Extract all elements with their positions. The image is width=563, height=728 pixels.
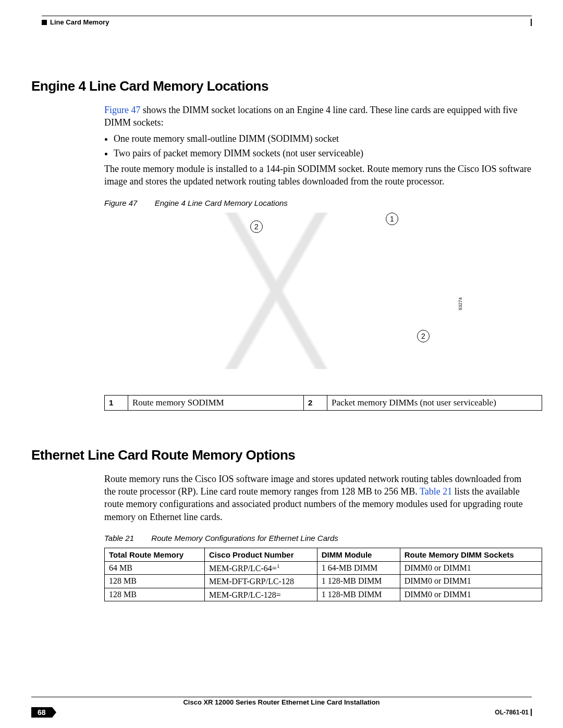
table-title: Route Memory Configurations for Ethernet… bbox=[151, 534, 338, 542]
body-paragraph: The route memory module is installed to … bbox=[104, 163, 532, 188]
table-row: 128 MB MEM-GRP/LC-128= 1 128-MB DIMM DIM… bbox=[105, 588, 542, 601]
table-header: Cisco Product Number bbox=[204, 548, 317, 561]
figure-ref-id: 93274 bbox=[458, 297, 463, 310]
table-header: DIMM Module bbox=[317, 548, 400, 561]
figure-illustration: 1 2 2 93274 bbox=[104, 213, 459, 379]
route-memory-table: Total Route Memory Cisco Product Number … bbox=[104, 548, 542, 601]
body-paragraph: Route memory runs the Cisco IOS software… bbox=[104, 473, 532, 523]
table-row: 64 MB MEM-GRP/LC-64=1 1 64-MB DIMM DIMM0… bbox=[105, 561, 542, 574]
table-cell: 128 MB bbox=[105, 588, 205, 601]
list-item: Two pairs of packet memory DIMM sockets … bbox=[114, 147, 532, 159]
table-cell: DIMM0 or DIMM1 bbox=[400, 561, 542, 574]
page-footer: Cisco XR 12000 Series Router Ethernet Li… bbox=[31, 697, 532, 718]
callout-circle: 2 bbox=[417, 330, 430, 342]
footer-tick-icon bbox=[531, 709, 532, 716]
running-header: Line Card Memory bbox=[42, 18, 532, 26]
page-number: 68 bbox=[31, 707, 52, 718]
legend-text: Packet memory DIMMs (not user serviceabl… bbox=[327, 395, 542, 410]
callout-circle: 2 bbox=[250, 220, 263, 233]
table-ref-link[interactable]: Table 21 bbox=[420, 486, 452, 497]
legend-text: Route memory SODIMM bbox=[128, 395, 304, 410]
list-item: One route memory small-outline DIMM (SOD… bbox=[114, 132, 532, 145]
footer-doc-title: Cisco XR 12000 Series Router Ethernet Li… bbox=[31, 698, 532, 706]
section-heading: Ethernet Line Card Route Memory Options bbox=[31, 447, 532, 463]
table-caption: Table 21 Route Memory Configurations for… bbox=[104, 534, 532, 542]
header-bullet-icon bbox=[42, 20, 47, 25]
table-header: Route Memory DIMM Sockets bbox=[400, 548, 542, 561]
table-label: Table 21 bbox=[104, 534, 134, 542]
table-header: Total Route Memory bbox=[105, 548, 205, 561]
table-cell: MEM-GRP/LC-128= bbox=[204, 588, 317, 601]
header-tick-icon bbox=[531, 19, 532, 26]
callout-circle: 1 bbox=[386, 213, 398, 225]
footer-doc-id: OL-7861-01 bbox=[495, 709, 529, 716]
bullet-list: One route memory small-outline DIMM (SOD… bbox=[114, 132, 532, 160]
page-num-arrow-icon bbox=[52, 707, 56, 718]
figure-title: Engine 4 Line Card Memory Locations bbox=[155, 199, 288, 207]
section-heading: Engine 4 Line Card Memory Locations bbox=[31, 78, 532, 94]
table-row: 128 MB MEM-DFT-GRP/LC-128 1 128-MB DIMM … bbox=[105, 575, 542, 588]
figure-legend-table: 1 Route memory SODIMM 2 Packet memory DI… bbox=[104, 395, 542, 411]
table-cell: 1 128-MB DIMM bbox=[317, 588, 400, 601]
table-cell: 1 64-MB DIMM bbox=[317, 561, 400, 574]
intro-text: shows the DIMM socket locations on an En… bbox=[104, 105, 517, 128]
table-cell: DIMM0 or DIMM1 bbox=[400, 575, 542, 588]
table-cell: DIMM0 or DIMM1 bbox=[400, 588, 542, 601]
legend-num: 2 bbox=[304, 395, 327, 410]
figure-caption: Figure 47 Engine 4 Line Card Memory Loca… bbox=[104, 199, 532, 207]
legend-num: 1 bbox=[105, 395, 128, 410]
table-cell: MEM-DFT-GRP/LC-128 bbox=[204, 575, 317, 588]
header-section-title: Line Card Memory bbox=[50, 18, 109, 26]
table-cell: 64 MB bbox=[105, 561, 205, 574]
table-cell: 128 MB bbox=[105, 575, 205, 588]
intro-paragraph: Figure 47 shows the DIMM socket location… bbox=[104, 104, 532, 129]
table-cell: MEM-GRP/LC-64=1 bbox=[204, 561, 317, 574]
figure-ref-link[interactable]: Figure 47 bbox=[104, 105, 141, 115]
table-cell: 1 128-MB DIMM bbox=[317, 575, 400, 588]
figure-label: Figure 47 bbox=[104, 199, 137, 207]
